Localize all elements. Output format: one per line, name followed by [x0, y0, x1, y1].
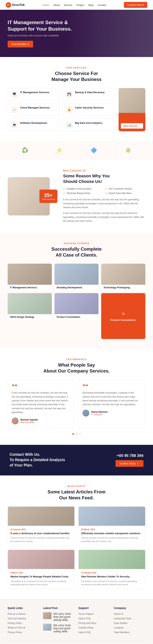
blog-title-1: It uses a dictionary of over combination…	[10, 532, 72, 535]
footer-support: Support Forum Support Help & FAQ Pricing…	[78, 606, 110, 635]
blog-image-2	[78, 507, 145, 526]
footer-company-link[interactable]: Case Studies	[114, 622, 127, 624]
contact-today-button[interactable]: Contact Today →	[116, 460, 144, 467]
blog-date-3: 8 March, 2021	[10, 572, 72, 574]
footer-support-link[interactable]: Help & FAQ	[78, 631, 90, 634]
footer-support-link[interactable]: Help & FAQ	[78, 617, 90, 620]
service-card-cyber[interactable]: 🔒 Cyber Security Services.	[62, 103, 115, 116]
success-title: Successfully CompleteAll Case of Clients…	[8, 246, 145, 258]
testimonial-1: ❝❝ It has survived not only five centuri…	[8, 380, 74, 428]
hero-section: IT Management Service & Support for Your…	[0, 10, 153, 57]
footer-link[interactable]: Where to Find Us	[8, 626, 26, 629]
service-card-it-management[interactable]: 🖥️ IT Management Services.	[8, 88, 60, 101]
cloud-icon: ☁️	[11, 106, 18, 113]
footer-post-2: We carry more than just good calling ski…	[43, 624, 74, 633]
footer-company-link[interactable]: About Us	[114, 612, 123, 615]
author-avatar-1	[12, 418, 18, 424]
footer-link[interactable]: Terms of Payment	[8, 617, 26, 620]
blog-grid: 22 January, 2021 It uses a dictionary of…	[8, 506, 145, 589]
feature-4: ✓ Expert Team Members	[105, 192, 145, 194]
success-card-1[interactable]: IT Management Services.	[8, 264, 52, 290]
dot-2[interactable]	[76, 433, 77, 435]
footer-post-text-1: We carry more than just good tasting ski…	[53, 612, 74, 622]
support-title: Support	[78, 606, 110, 610]
dot-3[interactable]	[79, 433, 81, 435]
experience-label: Years Experience	[42, 198, 55, 200]
hero-image	[69, 10, 153, 57]
success-image-6: + Product Consultation.	[101, 293, 145, 339]
partner-logo-2: ⚡	[54, 146, 65, 154]
service-title: Backup & Data Recovery.	[75, 91, 105, 94]
service-card-bigdata[interactable]: 📊 Big Data And Analytics.	[62, 118, 115, 131]
cta-right: +00 95 788 394 Contact Today →	[116, 454, 144, 467]
nav-project[interactable]: Project	[76, 4, 84, 6]
testimonial-text-2: Remaining essentially unchanged. It popu…	[82, 391, 141, 406]
partners-section: ♻️ ⚡ 🔷 ✳️	[0, 141, 153, 160]
footer-grid: Quick Links Pick up Locations Terms of P…	[8, 606, 145, 635]
footer-company: Company About Us Leadership Team Case St…	[114, 606, 145, 635]
promo-image	[118, 88, 145, 113]
success-image-4	[8, 293, 52, 314]
quote-icon-1: ❝❝	[12, 384, 70, 389]
nav-links: Home About Service Project Blog Contact	[42, 4, 106, 6]
success-image-5	[54, 293, 99, 314]
services-container: 🖥️ IT Management Services. 💾 Backup & Da…	[8, 88, 145, 131]
footer-link[interactable]: Privacy Policy	[8, 631, 22, 634]
testimonial-author-2: Darla Harmon UI Designer	[82, 410, 141, 416]
find-solution-button[interactable]: Find Solution ▾	[8, 41, 33, 48]
footer-support-link[interactable]: Forum Support	[78, 612, 94, 615]
hero-subtitle: Keep your business safe & ensure high av…	[8, 34, 76, 37]
testimonial-2: ❝❝ Remaining essentially unchanged. It p…	[78, 380, 145, 428]
success-card-2[interactable]: Branding Development.	[54, 264, 99, 290]
success-card-3[interactable]: Technology Prototyping.	[101, 264, 145, 290]
footer-support-link[interactable]: Cookies Policy	[78, 626, 94, 629]
plus-icon: +	[122, 310, 125, 317]
footer-link[interactable]: Privacy Policy	[8, 622, 22, 624]
footer-support-link[interactable]: Pricing and Plans	[78, 622, 96, 624]
blog-card-4[interactable]: 15 January, 2021 New Remote Workers Visi…	[78, 550, 145, 589]
footer-link[interactable]: Pick up Locations	[8, 612, 26, 615]
blog-excerpt-1: It has survived not only five centuries …	[10, 536, 72, 543]
footer-post-text-2: We carry more than just good calling ski…	[53, 624, 74, 633]
footer-company-link[interactable]: Locations	[114, 626, 124, 629]
blog-card-1[interactable]: 22 January, 2021 It uses a dictionary of…	[8, 506, 74, 546]
check-icon: ✓	[63, 187, 65, 190]
nav-about[interactable]: About	[53, 4, 60, 6]
quote-icon-2: ❝❝	[82, 384, 141, 389]
testimonials-title: What People SayAbout Our Company Service…	[8, 362, 145, 374]
footer-post-image-2	[43, 624, 52, 630]
check-icon: ✓	[105, 192, 107, 194]
why-section: 25+ Years Experience WHY CHOOSE US Some …	[0, 160, 153, 233]
blog-date-2: 26 March, 2021	[81, 528, 142, 530]
why-label: WHY CHOOSE US	[63, 170, 145, 172]
nav-contact[interactable]: Contact	[98, 4, 106, 6]
footer-bottom: Copyright © 2021. All Rights Reserved ❤️	[8, 641, 145, 644]
blog-card-2[interactable]: 26 March, 2021 Efficiently monetize mode…	[78, 506, 145, 546]
services-title: Choose Service ForManage Your Business	[8, 70, 145, 82]
service-card-backup[interactable]: 💾 Backup & Data Recovery.	[62, 88, 115, 101]
dot-1[interactable]	[72, 433, 74, 435]
logo-text: EnvoTek	[12, 3, 25, 7]
blog-card-3[interactable]: 8 March, 2021 Market Insights To Manage …	[8, 550, 74, 589]
service-card-software[interactable]: 💻 Software Development.	[8, 118, 60, 131]
feature-3: ✓ Eliminate Repeat Entry	[63, 192, 104, 194]
success-card-4[interactable]: UI/UX Design Strategy	[8, 293, 52, 339]
more-services-button[interactable]: More Services →	[121, 123, 143, 128]
footer-company-link[interactable]: Leadership Team	[114, 617, 132, 620]
contact-now-button[interactable]: Contact Now ▾	[124, 2, 147, 8]
check-icon: ✓	[105, 187, 107, 190]
nav-blog[interactable]: Blog	[88, 4, 93, 6]
success-card-6[interactable]: + Product Consultation.	[101, 293, 145, 339]
logo: ET EnvoTek	[6, 2, 25, 8]
service-card-cloud[interactable]: ☁️ Cloud Managed Services.	[8, 103, 60, 116]
partner-logo-4: ✳️	[122, 146, 134, 154]
success-section: SUCCESS STORIES Successfully CompleteAll…	[0, 233, 153, 348]
success-label-4: UI/UX Design Strategy	[8, 314, 52, 320]
footer-company-link[interactable]: Team Members	[114, 631, 130, 634]
nav-service[interactable]: Service	[64, 4, 72, 6]
quick-links-title: Quick Links	[8, 606, 39, 610]
nav-home[interactable]: Home	[42, 4, 49, 6]
blog-image-1	[8, 507, 74, 526]
service-title: Big Data And Analytics.	[75, 122, 103, 124]
success-card-5[interactable]: Product Consultation.	[54, 293, 99, 339]
